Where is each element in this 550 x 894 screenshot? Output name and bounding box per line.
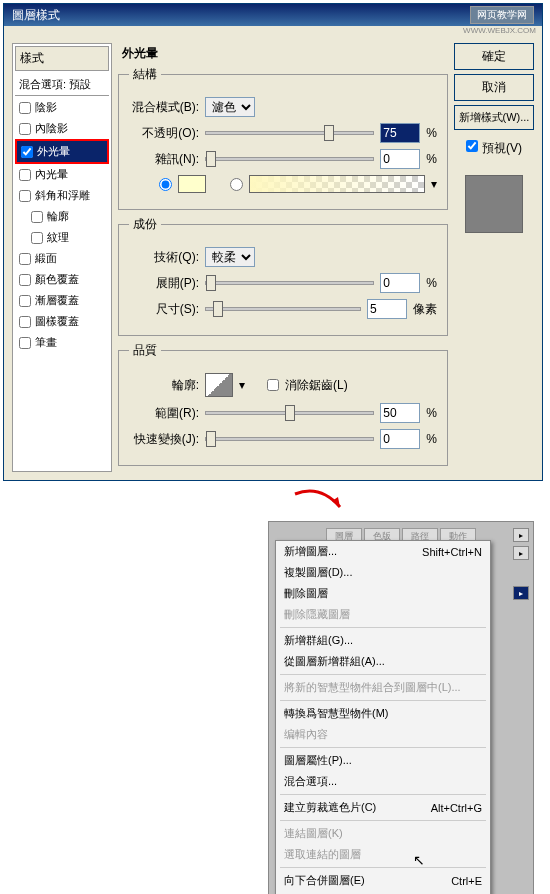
style-checkbox[interactable] <box>19 169 31 181</box>
style-label: 斜角和浮雕 <box>35 188 90 203</box>
color-swatch[interactable] <box>178 175 206 193</box>
menu-item[interactable]: 建立剪裁遮色片(C)Alt+Ctrl+G <box>276 797 490 818</box>
size-input[interactable] <box>367 299 407 319</box>
style-checkbox[interactable] <box>19 123 31 135</box>
sidebar-item[interactable]: 外光暈 <box>15 139 109 164</box>
menu-item: 連結圖層(K) <box>276 823 490 844</box>
sidebar-item[interactable]: 內光暈 <box>15 164 109 185</box>
menu-item-label: 编輯內容 <box>284 727 328 742</box>
spread-unit: % <box>426 276 437 290</box>
style-label: 外光暈 <box>37 144 70 159</box>
range-unit: % <box>426 406 437 420</box>
menu-item[interactable]: 複製圖層(D)... <box>276 562 490 583</box>
style-checkbox[interactable] <box>19 337 31 349</box>
titlebar: 圖層樣式 网页教学网 <box>4 4 542 26</box>
menu-item[interactable]: 圖層屬性(P)... <box>276 750 490 771</box>
sidebar-item[interactable]: 漸層覆蓋 <box>15 290 109 311</box>
layers-panel: 圖層 色版 路徑 動作 ▸ ▸ ▸ 新增圖層...Shift+Ctrl+N複製圖… <box>268 521 534 894</box>
sidebar-item[interactable]: 紋理 <box>15 227 109 248</box>
noise-input[interactable] <box>380 149 420 169</box>
opacity-input[interactable] <box>380 123 420 143</box>
jitter-slider[interactable] <box>205 437 374 441</box>
blend-options[interactable]: 混合選項: 預設 <box>15 74 109 96</box>
outer-glow-panel: 外光暈 結構 混合模式(B): 濾色 不透明(O): % 雜訊(N): <box>118 43 448 472</box>
style-checkbox[interactable] <box>19 102 31 114</box>
sidebar-item[interactable]: 顏色覆蓋 <box>15 269 109 290</box>
style-label: 內光暈 <box>35 167 68 182</box>
style-label: 陰影 <box>35 100 57 115</box>
blend-mode-select[interactable]: 濾色 <box>205 97 255 117</box>
style-checkbox[interactable] <box>31 211 43 223</box>
dialog-title: 圖層樣式 <box>12 7 60 24</box>
jitter-input[interactable] <box>380 429 420 449</box>
noise-slider[interactable] <box>205 157 374 161</box>
menu-item: 將新的智慧型物件組合到圖層中(L)... <box>276 677 490 698</box>
menu-item-label: 複製圖層(D)... <box>284 565 352 580</box>
color-radio[interactable] <box>159 178 172 191</box>
panel-collapse-icon[interactable]: ▸ <box>513 546 529 560</box>
sidebar-item[interactable]: 圖樣覆蓋 <box>15 311 109 332</box>
style-checkbox[interactable] <box>19 253 31 265</box>
spread-label: 展開(P): <box>129 275 199 292</box>
sidebar-header[interactable]: 樣式 <box>15 46 109 71</box>
range-input[interactable] <box>380 403 420 423</box>
menu-item[interactable]: 刪除圖層 <box>276 583 490 604</box>
menu-separator <box>280 820 486 821</box>
menu-separator <box>280 794 486 795</box>
menu-shortcut: Shift+Ctrl+N <box>422 546 482 558</box>
ok-button[interactable]: 確定 <box>454 43 534 70</box>
menu-item[interactable]: 新增群組(G)... <box>276 630 490 651</box>
style-label: 內陰影 <box>35 121 68 136</box>
opacity-slider[interactable] <box>205 131 374 135</box>
sidebar-item[interactable]: 內陰影 <box>15 118 109 139</box>
styles-sidebar: 樣式 混合選項: 預設 陰影內陰影外光暈內光暈斜角和浮雕輪廓紋理緞面顏色覆蓋漸層… <box>12 43 112 472</box>
contour-picker[interactable] <box>205 373 233 397</box>
spread-slider[interactable] <box>205 281 374 285</box>
sidebar-item[interactable]: 斜角和浮雕 <box>15 185 109 206</box>
style-checkbox[interactable] <box>19 295 31 307</box>
sidebar-item[interactable]: 陰影 <box>15 97 109 118</box>
structure-group: 結構 混合模式(B): 濾色 不透明(O): % 雜訊(N): % <box>118 66 448 210</box>
spread-input[interactable] <box>380 273 420 293</box>
menu-item-label: 新增圖層... <box>284 544 337 559</box>
menu-item[interactable]: 向下合併圖層(E)Ctrl+E <box>276 870 490 891</box>
cancel-button[interactable]: 取消 <box>454 74 534 101</box>
panel-arrow-icon[interactable]: ▸ <box>513 586 529 600</box>
style-label: 輪廓 <box>47 209 69 224</box>
site-url: WWW.WEBJX.COM <box>4 26 536 35</box>
style-checkbox[interactable] <box>21 146 33 158</box>
menu-separator <box>280 700 486 701</box>
gradient-radio[interactable] <box>230 178 243 191</box>
dropdown-icon[interactable]: ▾ <box>431 177 437 191</box>
menu-item-label: 將新的智慧型物件組合到圖層中(L)... <box>284 680 461 695</box>
preview-checkbox[interactable] <box>466 140 478 152</box>
dropdown-icon[interactable]: ▾ <box>239 378 245 392</box>
sidebar-item[interactable]: 輪廓 <box>15 206 109 227</box>
noise-unit: % <box>426 152 437 166</box>
menu-item: 選取連結的圖層 <box>276 844 490 865</box>
antialias-checkbox[interactable] <box>267 379 279 391</box>
new-style-button[interactable]: 新增樣式(W)... <box>454 105 534 130</box>
sidebar-item[interactable]: 緞面 <box>15 248 109 269</box>
technique-select[interactable]: 較柔 <box>205 247 255 267</box>
menu-item[interactable]: 新增圖層...Shift+Ctrl+N <box>276 541 490 562</box>
sidebar-item[interactable]: 筆畫 <box>15 332 109 353</box>
menu-item[interactable]: 轉換爲智慧型物件(M) <box>276 703 490 724</box>
range-slider[interactable] <box>205 411 374 415</box>
opacity-unit: % <box>426 126 437 140</box>
quality-legend: 品質 <box>129 342 161 359</box>
style-label: 漸層覆蓋 <box>35 293 79 308</box>
style-checkbox[interactable] <box>19 274 31 286</box>
menu-shortcut: Alt+Ctrl+G <box>431 802 482 814</box>
style-checkbox[interactable] <box>19 316 31 328</box>
menu-item[interactable]: 從圖層新增群組(A)... <box>276 651 490 672</box>
opacity-label: 不透明(O): <box>129 125 199 142</box>
style-checkbox[interactable] <box>19 190 31 202</box>
size-slider[interactable] <box>205 307 361 311</box>
style-label: 紋理 <box>47 230 69 245</box>
style-checkbox[interactable] <box>31 232 43 244</box>
menu-item[interactable]: 混合選項... <box>276 771 490 792</box>
gradient-picker[interactable] <box>249 175 425 193</box>
menu-separator <box>280 627 486 628</box>
panel-menu-icon[interactable]: ▸ <box>513 528 529 542</box>
